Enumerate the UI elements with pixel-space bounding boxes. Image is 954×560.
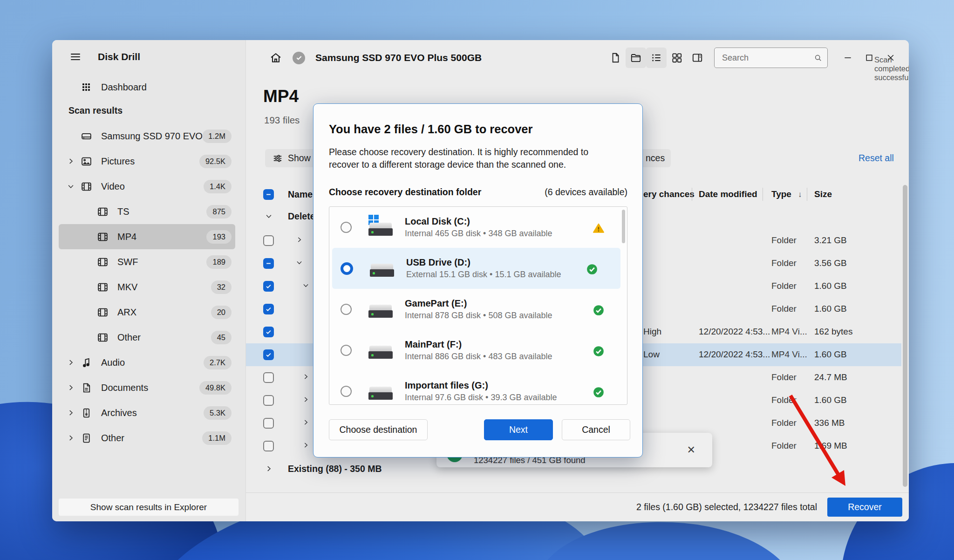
column-header-recovery-chances[interactable]: ery chances	[643, 189, 695, 199]
sidebar-item-label: Pictures	[101, 156, 199, 167]
sidebar-item-label: Video	[101, 181, 204, 192]
search-input[interactable]	[721, 53, 813, 63]
row-checkbox[interactable]	[263, 281, 274, 292]
choose-destination-button[interactable]: Choose destination	[329, 419, 428, 440]
row-checkbox[interactable]	[263, 418, 274, 429]
count-badge: 45	[211, 331, 232, 344]
video-icon	[97, 281, 109, 293]
radio-unselected[interactable]	[341, 304, 352, 315]
chevron-right-icon[interactable]	[302, 418, 310, 426]
select-all-checkbox[interactable]	[263, 189, 274, 200]
home-button[interactable]	[266, 48, 286, 68]
radio-selected[interactable]	[341, 262, 353, 275]
toast-close-icon[interactable]: ✕	[687, 444, 695, 456]
sidebar-item-pictures[interactable]: Pictures 92.5K	[59, 149, 235, 174]
device-details: Internal 878 GB disk • 508 GB available	[405, 311, 552, 321]
column-header-name[interactable]: Name	[288, 189, 313, 200]
drive-icon	[368, 219, 393, 236]
device-row-gamepart-e[interactable]: GamePart (E:) Internal 878 GB disk • 508…	[329, 289, 627, 330]
chevron-right-icon[interactable]	[67, 434, 77, 442]
chevron-right-icon[interactable]	[302, 441, 310, 449]
sidebar-item-ts[interactable]: TS 875	[59, 199, 235, 224]
cancel-button[interactable]: Cancel	[562, 419, 630, 440]
radio-unselected[interactable]	[341, 222, 352, 233]
sidebar-item-swf[interactable]: SWF 189	[59, 249, 235, 274]
column-header-size[interactable]: Size	[814, 189, 832, 199]
radio-unselected[interactable]	[341, 386, 352, 397]
row-checkbox[interactable]	[263, 327, 274, 337]
chevron-right-icon[interactable]	[67, 409, 77, 417]
chevron-right-icon[interactable]	[265, 464, 273, 473]
sidebar-item-label: Dashboard	[101, 82, 235, 93]
sort-descending-icon: ↓	[798, 190, 802, 199]
preview-panel-button[interactable]	[687, 48, 708, 68]
sidebar-item-label: Audio	[101, 357, 204, 368]
next-button[interactable]: Next	[484, 419, 553, 440]
bottom-bar: 2 files (1.60 GB) selected, 1234227 file…	[246, 492, 909, 521]
device-name: USB Drive (D:)	[406, 257, 561, 268]
hamburger-menu-icon[interactable]	[66, 48, 85, 66]
column-header-date-modified[interactable]: Date modified	[699, 189, 757, 199]
chevron-right-icon[interactable]	[67, 383, 77, 392]
chevron-right-icon[interactable]	[302, 373, 310, 381]
window-header: Samsung SSD 970 EVO Plus 500GB Scan comp…	[246, 40, 909, 75]
table-scrollbar[interactable]	[903, 185, 907, 487]
sidebar-item-video-other[interactable]: Other 45	[59, 325, 235, 350]
row-checkbox[interactable]	[263, 441, 274, 451]
list-view-button[interactable]	[646, 48, 667, 68]
chevron-down-icon[interactable]	[265, 212, 273, 220]
show-in-explorer-button[interactable]: Show scan results in Explorer	[59, 499, 238, 516]
recovery-chances-filter-chip[interactable]: nces	[643, 149, 671, 167]
sidebar-item-video[interactable]: Video 1.4K	[59, 174, 235, 199]
row-checkbox[interactable]	[263, 304, 274, 314]
sidebar-item-mkv[interactable]: MKV 32	[59, 274, 235, 300]
chevron-right-icon[interactable]	[295, 236, 303, 244]
chevron-right-icon[interactable]	[67, 157, 77, 165]
search-icon[interactable]	[813, 53, 823, 62]
reset-all-link[interactable]: Reset all	[859, 153, 894, 164]
row-checkbox[interactable]	[263, 258, 274, 269]
video-icon	[97, 231, 109, 243]
device-row-important-files-g[interactable]: Important files (G:) Internal 97.6 GB di…	[329, 371, 627, 405]
device-row-mainpart-f[interactable]: MainPart (F:) Internal 886 GB disk • 483…	[329, 330, 627, 371]
count-badge: 92.5K	[199, 155, 232, 168]
sidebar-item-other[interactable]: Other 1.1M	[59, 425, 235, 451]
recover-button[interactable]: Recover	[827, 498, 902, 517]
chevron-right-icon[interactable]	[302, 396, 310, 403]
folder-view-button[interactable]	[626, 48, 646, 68]
archive-icon	[81, 407, 93, 419]
row-checkbox[interactable]	[263, 372, 274, 383]
chevron-right-icon[interactable]	[67, 358, 77, 367]
sidebar-item-audio[interactable]: Audio 2.7K	[59, 350, 235, 375]
count-badge: 1.1M	[202, 431, 232, 445]
sidebar-item-archives[interactable]: Archives 5.3K	[59, 400, 235, 425]
device-row-usb-drive-d[interactable]: USB Drive (D:) External 15.1 GB disk • 1…	[332, 248, 620, 289]
radio-unselected[interactable]	[341, 345, 352, 356]
minimize-button[interactable]	[837, 48, 859, 68]
recovery-destination-dialog: You have 2 files / 1.60 GB to recover Pl…	[313, 103, 643, 458]
sidebar-item-arx[interactable]: ARX 20	[59, 300, 235, 325]
count-badge: 1.2M	[202, 130, 232, 143]
device-list-scrollbar[interactable]	[622, 210, 625, 243]
row-checkbox[interactable]	[263, 395, 274, 406]
show-filters-button[interactable]: Show	[265, 149, 318, 167]
chevron-down-icon[interactable]	[67, 182, 77, 191]
chevron-down-icon[interactable]	[295, 259, 303, 266]
row-checkbox[interactable]	[263, 235, 274, 246]
sidebar-item-dashboard[interactable]: Dashboard	[59, 75, 235, 100]
devices-available-label: (6 devices available)	[545, 187, 627, 198]
row-checkbox[interactable]	[263, 349, 274, 360]
drive-icon	[368, 301, 393, 318]
sidebar-item-documents[interactable]: Documents 49.8K	[59, 375, 235, 400]
file-view-button[interactable]	[605, 48, 626, 68]
sidebar-item-mp4[interactable]: MP4 193	[59, 224, 235, 249]
warning-icon	[593, 222, 605, 234]
audio-icon	[81, 357, 93, 369]
filter-sliders-icon	[273, 153, 283, 164]
grid-view-button[interactable]	[667, 48, 687, 68]
column-header-type[interactable]: Type↓	[771, 189, 802, 199]
device-row-local-disk-c[interactable]: Local Disk (C:) Internal 465 GB disk • 3…	[329, 207, 627, 248]
sidebar-item-samsung-ssd[interactable]: Samsung SSD 970 EVO... 1.2M	[59, 123, 235, 149]
chevron-down-icon[interactable]	[302, 281, 310, 289]
sidebar-item-label: Samsung SSD 970 EVO...	[101, 131, 202, 142]
